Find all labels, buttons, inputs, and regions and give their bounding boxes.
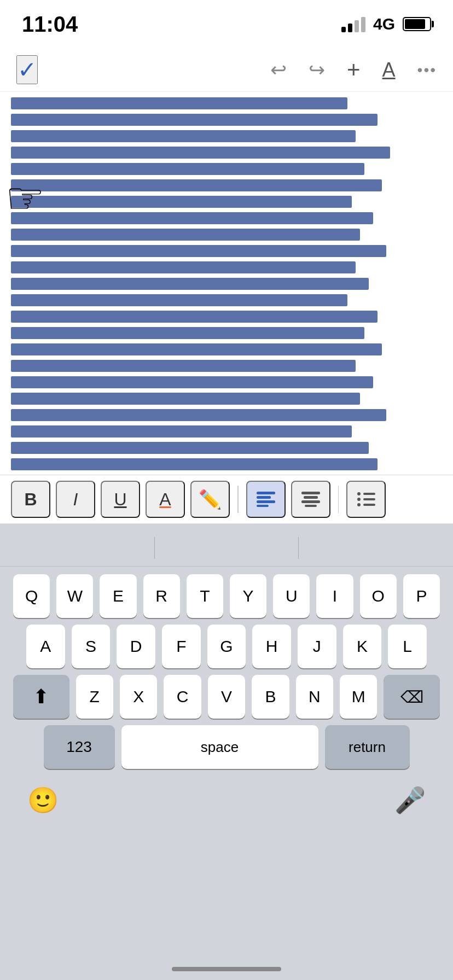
text-line <box>11 278 369 290</box>
network-label: 4G <box>373 15 395 33</box>
text-line <box>11 294 347 306</box>
key-i[interactable]: I <box>316 574 353 618</box>
align-center-button[interactable] <box>291 481 330 518</box>
svg-rect-1 <box>257 496 271 499</box>
shift-key[interactable]: ⬆ <box>13 675 69 719</box>
key-j[interactable]: J <box>298 625 336 668</box>
redo-button[interactable]: ↪ <box>309 59 325 81</box>
text-line <box>11 212 373 224</box>
svg-point-12 <box>357 503 361 506</box>
key-z[interactable]: Z <box>76 675 113 719</box>
key-n[interactable]: N <box>296 675 333 719</box>
key-f[interactable]: F <box>162 625 201 668</box>
text-line <box>11 458 378 470</box>
editor-area[interactable]: ☞ <box>0 92 453 475</box>
key-y[interactable]: Y <box>230 574 266 618</box>
text-line <box>11 114 378 126</box>
text-line <box>11 179 382 191</box>
text-line <box>11 393 360 405</box>
svg-rect-5 <box>304 496 318 499</box>
highlight-button[interactable]: ✏️ <box>190 481 230 518</box>
keys-section: Q W E R T Y U I O P A S D F G H J K <box>0 567 453 769</box>
bold-button[interactable]: B <box>11 481 50 518</box>
align-left-button[interactable] <box>246 481 286 518</box>
key-row-1: Q W E R T Y U I O P <box>8 574 445 618</box>
key-b[interactable]: B <box>252 675 289 719</box>
key-r[interactable]: R <box>143 574 180 618</box>
svg-rect-13 <box>363 504 375 506</box>
status-time: 11:04 <box>22 12 78 37</box>
key-d[interactable]: D <box>117 625 155 668</box>
key-m[interactable]: M <box>340 675 377 719</box>
text-line <box>11 147 390 159</box>
text-line <box>11 442 369 454</box>
key-row-4: 123 space return <box>8 725 445 769</box>
key-p[interactable]: P <box>403 574 440 618</box>
done-button[interactable]: ✓ <box>16 55 38 84</box>
more-button[interactable]: ••• <box>417 61 437 79</box>
key-w[interactable]: W <box>56 574 93 618</box>
svg-rect-7 <box>305 505 317 507</box>
key-row-3: ⬆ Z X C V B N M ⌫ <box>8 675 445 719</box>
svg-rect-0 <box>257 492 275 494</box>
text-line <box>11 261 356 273</box>
battery-icon <box>403 17 431 31</box>
text-line <box>11 245 386 257</box>
list-button[interactable] <box>346 481 386 518</box>
signal-icon <box>341 16 365 32</box>
key-v[interactable]: V <box>208 675 245 719</box>
backspace-key[interactable]: ⌫ <box>384 675 440 719</box>
text-line <box>11 311 378 323</box>
svg-rect-9 <box>363 493 375 495</box>
suggestion-divider <box>154 537 155 559</box>
key-x[interactable]: X <box>120 675 157 719</box>
text-line <box>11 425 352 438</box>
svg-rect-3 <box>257 505 269 507</box>
key-l[interactable]: L <box>388 625 427 668</box>
svg-rect-11 <box>363 498 375 500</box>
key-q[interactable]: Q <box>13 574 50 618</box>
suggestion-bar <box>0 529 453 567</box>
key-k[interactable]: K <box>343 625 382 668</box>
numbers-key[interactable]: 123 <box>44 725 115 769</box>
svg-rect-4 <box>301 492 320 494</box>
emoji-button[interactable]: 🙂 <box>27 785 59 815</box>
keyboard-area: Q W E R T Y U I O P A S D F G H J K <box>0 524 453 980</box>
format-divider <box>237 486 239 513</box>
key-g[interactable]: G <box>207 625 246 668</box>
italic-button[interactable]: I <box>56 481 95 518</box>
text-color-button[interactable]: A <box>146 481 185 518</box>
text-line <box>11 343 382 355</box>
text-line <box>11 327 364 339</box>
text-line <box>11 97 347 109</box>
space-key[interactable]: space <box>121 725 318 769</box>
key-c[interactable]: C <box>164 675 201 719</box>
text-line <box>11 229 360 241</box>
key-a[interactable]: A <box>26 625 65 668</box>
suggestion-divider-2 <box>298 537 299 559</box>
status-icons: 4G <box>341 15 431 33</box>
key-u[interactable]: U <box>273 574 310 618</box>
key-row-2: A S D F G H J K L <box>8 625 445 668</box>
text-line <box>11 376 373 388</box>
key-e[interactable]: E <box>100 574 136 618</box>
bottom-bar: 🙂 🎤 <box>0 775 453 836</box>
key-s[interactable]: S <box>72 625 111 668</box>
text-format-button[interactable]: A <box>382 59 396 81</box>
key-t[interactable]: T <box>187 574 223 618</box>
text-line <box>11 360 356 372</box>
microphone-button[interactable]: 🎤 <box>394 785 426 815</box>
key-h[interactable]: H <box>252 625 291 668</box>
underline-button[interactable]: U <box>101 481 140 518</box>
app-toolbar: ✓ ↩ ↪ + A ••• <box>0 48 453 92</box>
undo-button[interactable]: ↩ <box>270 59 287 81</box>
add-button[interactable]: + <box>347 57 361 83</box>
text-line <box>11 196 352 208</box>
return-key[interactable]: return <box>325 725 410 769</box>
text-line <box>11 163 364 175</box>
text-line <box>11 130 356 142</box>
selected-text-area[interactable] <box>0 92 453 475</box>
svg-rect-6 <box>301 500 320 503</box>
format-divider-2 <box>338 486 339 513</box>
key-o[interactable]: O <box>360 574 397 618</box>
